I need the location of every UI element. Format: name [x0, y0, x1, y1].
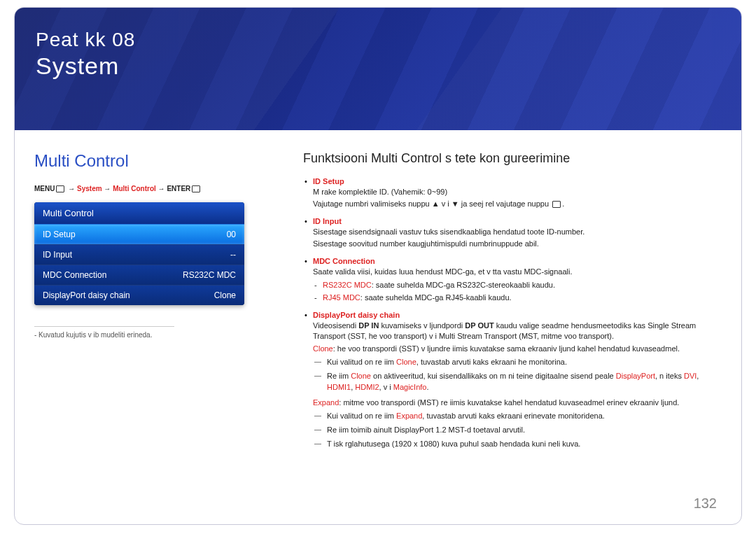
enter-icon [190, 185, 202, 192]
osd-value: Clone [214, 290, 236, 300]
label-idinput: ID Input [313, 217, 342, 225]
enter-icon [551, 199, 562, 208]
page-number: 132 [694, 496, 717, 512]
menu-icon [55, 185, 66, 192]
osd-row-dpchain[interactable]: DisplayPort daisy chain Clone [34, 285, 244, 305]
osd-value: -- [230, 250, 236, 260]
text: Videosisendi DP IN kuvamiseks v ljundpor… [313, 321, 722, 342]
item-idsetup: ID Setup M rake komplektile ID. (Vahemik… [303, 177, 722, 210]
section-title: Multi Control [34, 151, 286, 171]
text: Expand: mitme voo transpordi (MST) re ii… [313, 398, 722, 408]
text: Sisestage soovitud number kaugjuhtimispu… [313, 239, 722, 249]
dash: T isk rglahutusega (1920 x 1080) kuva pu… [313, 439, 722, 450]
label-idsetup: ID Setup [313, 177, 344, 185]
osd-value: 00 [227, 230, 236, 239]
right-column: Funktsiooni Multi Control s tete kon gur… [286, 151, 722, 457]
text: Vajutage numbri valimiseks nuppu ▲ v i ▼… [313, 199, 722, 209]
content-columns: Multi Control MENU → System → Multi Cont… [15, 130, 741, 464]
label-dpchain: DisplayPort daisy chain [313, 311, 400, 319]
breadcrumb-enter: ENTER [167, 185, 190, 192]
label-mdc: MDC Connection [313, 257, 375, 265]
left-column: Multi Control MENU → System → Multi Cont… [34, 151, 286, 457]
osd-label: MDC Connection [43, 270, 106, 280]
manual-page: Peat kk 08 System Multi Control MENU → S… [14, 7, 742, 525]
osd-value: RS232C MDC [183, 270, 236, 280]
item-dpchain: DisplayPort daisy chain Videosisendi DP … [303, 311, 722, 450]
item-mdc: MDC Connection Saate valida viisi, kuida… [303, 257, 722, 304]
chapter-label: Peat kk 08 [36, 29, 720, 51]
right-heading: Funktsiooni Multi Control s tete kon gur… [303, 151, 722, 166]
osd-panel: Multi Control ID Setup 00 ID Input -- MD… [34, 202, 244, 305]
item-idinput: ID Input Sisestage sisendsignaali vastuv… [303, 217, 722, 250]
osd-row-mdc[interactable]: MDC Connection RS232C MDC [34, 265, 244, 285]
osd-label: DisplayPort daisy chain [43, 290, 130, 300]
breadcrumb-menu: MENU [34, 185, 55, 192]
dash: Re iim toimib ainult DisplayPort 1.2 MST… [313, 425, 722, 436]
osd-row-idinput[interactable]: ID Input -- [34, 244, 244, 265]
chapter-title: System [36, 52, 720, 80]
description-list: ID Setup M rake komplektile ID. (Vahemik… [303, 177, 722, 450]
text: Sisestage sisendsignaali vastuv tuks sis… [313, 227, 722, 237]
footnote-divider [34, 326, 174, 327]
chapter-hero: Peat kk 08 System [15, 8, 741, 130]
menu-path-breadcrumb: MENU → System → Multi Control → ENTER [34, 185, 286, 192]
sub-rj45: RJ45 MDC: saate suhelda MDC-ga RJ45-kaab… [313, 293, 722, 303]
osd-label: ID Input [43, 250, 72, 260]
text: M rake komplektile ID. (Vahemik: 0~99) [313, 187, 722, 197]
text: Clone: he voo transpordi (SST) v ljundre… [313, 344, 722, 354]
osd-label: ID Setup [43, 230, 76, 239]
sub-rs232c: RS232C MDC: saate suhelda MDC-ga RS232C-… [313, 280, 722, 290]
text: Saate valida viisi, kuidas luua hendust … [313, 267, 722, 277]
osd-header: Multi Control [34, 202, 244, 224]
osd-row-idsetup[interactable]: ID Setup 00 [34, 224, 244, 244]
dash: Re iim Clone on aktiveeritud, kui sisend… [313, 371, 722, 393]
dash: Kui valitud on re iim Clone, tuvastab ar… [313, 357, 722, 368]
breadcrumb-multicontrol: Multi Control [113, 185, 156, 192]
footnote-text: - Kuvatud kujutis v ib mudeliti erineda. [34, 331, 286, 339]
dash: Kui valitud on re iim Expand, tuvastab a… [313, 411, 722, 422]
breadcrumb-system: System [77, 185, 102, 192]
